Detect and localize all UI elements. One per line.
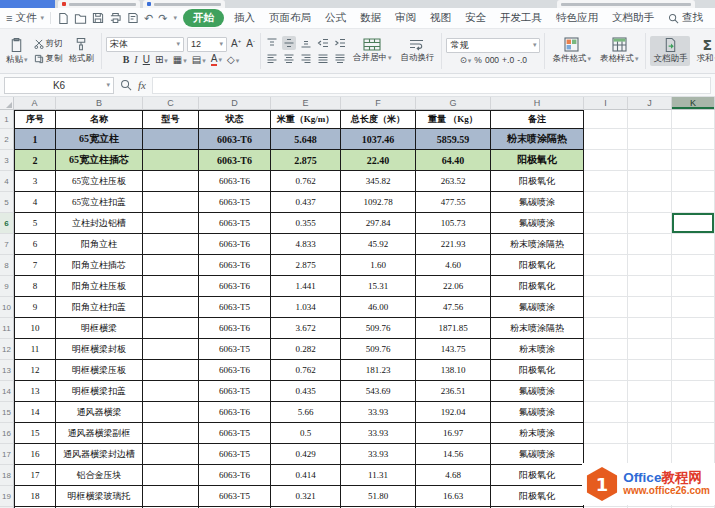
cell-J17[interactable]	[628, 444, 672, 465]
redo-icon[interactable]: ↷	[158, 13, 167, 24]
search-box[interactable]: 查找	[668, 11, 703, 25]
cell[interactable]	[143, 213, 199, 234]
cell[interactable]: 18	[14, 486, 56, 507]
decrease-decimal-icon[interactable]: -.0	[517, 55, 527, 65]
cell[interactable]: 1.034	[271, 297, 341, 318]
cell[interactable]: 65宽立柱扣盖	[56, 192, 143, 213]
column-header-A[interactable]: A	[14, 97, 56, 110]
cell-J6[interactable]	[628, 213, 672, 234]
cell[interactable]: 0.414	[271, 465, 341, 486]
tab-page-layout[interactable]: 页面布局	[265, 10, 315, 26]
cell[interactable]: 6063-T6	[199, 318, 271, 339]
cell-K10[interactable]	[672, 297, 715, 318]
fx-icon[interactable]: fx	[138, 79, 146, 91]
cell[interactable]: 6063-T5	[199, 381, 271, 402]
cell-I13[interactable]	[584, 360, 628, 381]
tab-home[interactable]: 开始	[183, 9, 224, 27]
row-header-1[interactable]: 1	[0, 110, 14, 129]
cell-K14[interactable]	[672, 381, 715, 402]
cell[interactable]: 11.31	[341, 465, 416, 486]
cell-K2[interactable]	[672, 129, 715, 150]
cell[interactable]: 192.04	[416, 402, 491, 423]
row-header-18[interactable]: 18	[0, 465, 14, 486]
column-header-D[interactable]: D	[199, 97, 271, 110]
increase-font-icon[interactable]: A+	[230, 38, 242, 49]
cell-K4[interactable]	[672, 171, 715, 192]
distribute-button[interactable]	[333, 52, 347, 66]
cell-K15[interactable]	[672, 402, 715, 423]
align-center-button[interactable]	[282, 52, 296, 66]
cell[interactable]: 1.60	[341, 255, 416, 276]
cell[interactable]: 6063-T5	[199, 192, 271, 213]
cell[interactable]: 5	[14, 213, 56, 234]
cell[interactable]: 297.84	[341, 213, 416, 234]
cell[interactable]: 粉末喷涂	[491, 423, 584, 444]
bold-button[interactable]: B	[122, 55, 131, 65]
cell-K1[interactable]	[672, 110, 715, 129]
save-icon[interactable]	[92, 12, 104, 24]
cell[interactable]: 0.5	[271, 423, 341, 444]
cell[interactable]: 5.648	[271, 129, 341, 150]
cell-J12[interactable]	[628, 339, 672, 360]
cell[interactable]: 16.97	[416, 423, 491, 444]
cell[interactable]: 6063-T6	[199, 465, 271, 486]
column-header-J[interactable]: J	[628, 97, 672, 110]
cell[interactable]: 143.75	[416, 339, 491, 360]
cell[interactable]	[143, 444, 199, 465]
search-function-icon[interactable]	[120, 79, 132, 91]
cell-I16[interactable]	[584, 423, 628, 444]
cell[interactable]: 0.437	[271, 192, 341, 213]
cell[interactable]: 6063-T6	[199, 150, 271, 171]
cell[interactable]: 46.00	[341, 297, 416, 318]
cell[interactable]: 6063-T5	[199, 486, 271, 507]
cell[interactable]: 6063-T6	[199, 129, 271, 150]
table-header-cell[interactable]: 名称	[56, 110, 143, 129]
cell[interactable]: 16.63	[416, 486, 491, 507]
cell[interactable]: 阳极氧化	[491, 465, 584, 486]
cell[interactable]: 45.92	[341, 234, 416, 255]
cell[interactable]: 14	[14, 402, 56, 423]
cell[interactable]: 阳极氧化	[491, 255, 584, 276]
cell[interactable]	[143, 423, 199, 444]
row-header-4[interactable]: 4	[0, 171, 14, 192]
cell[interactable]: 1092.78	[341, 192, 416, 213]
cell[interactable]	[143, 255, 199, 276]
cell-I5[interactable]	[584, 192, 628, 213]
cell[interactable]: 4.68	[416, 465, 491, 486]
cell[interactable]: 通风器横梁副框	[56, 423, 143, 444]
cell[interactable]: 64.40	[416, 150, 491, 171]
paste-button[interactable]: 粘贴▾	[3, 36, 31, 67]
tab-review[interactable]: 审阅	[391, 10, 420, 26]
row-header-17[interactable]: 17	[0, 444, 14, 465]
cell[interactable]: 6063-T6	[199, 171, 271, 192]
align-top-button[interactable]	[265, 36, 279, 50]
cell[interactable]: 0.762	[271, 171, 341, 192]
cell[interactable]: 明框横梁扣盖	[56, 381, 143, 402]
increase-indent-button[interactable]	[333, 36, 347, 50]
cell-I4[interactable]	[584, 171, 628, 192]
cell-I8[interactable]	[584, 255, 628, 276]
cell[interactable]: 6063-T5	[199, 423, 271, 444]
font-name-select[interactable]: 宋体▾	[106, 37, 184, 52]
cell-K3[interactable]	[672, 150, 715, 171]
cell[interactable]	[143, 381, 199, 402]
cell-I7[interactable]	[584, 234, 628, 255]
undo-icon[interactable]: ↶	[144, 13, 153, 24]
cell[interactable]: 263.52	[416, 171, 491, 192]
cell[interactable]: 氟碳喷涂	[491, 213, 584, 234]
cell[interactable]: 6063-T6	[199, 255, 271, 276]
cell-J1[interactable]	[628, 110, 672, 129]
cell[interactable]: 2	[14, 150, 56, 171]
number-format-select[interactable]: 常规▾	[446, 38, 540, 53]
cell[interactable]	[143, 150, 199, 171]
cell[interactable]: 6063-T6	[199, 360, 271, 381]
cell-I12[interactable]	[584, 339, 628, 360]
cell[interactable]: 33.93	[341, 423, 416, 444]
cell[interactable]: 65宽立柱	[56, 129, 143, 150]
cell[interactable]: 509.76	[341, 318, 416, 339]
open-folder-icon[interactable]	[74, 12, 87, 25]
cell[interactable]: 1871.85	[416, 318, 491, 339]
row-header-15[interactable]: 15	[0, 402, 14, 423]
cell[interactable]: 阳角立柱插芯	[56, 255, 143, 276]
cell[interactable]: 6	[14, 234, 56, 255]
